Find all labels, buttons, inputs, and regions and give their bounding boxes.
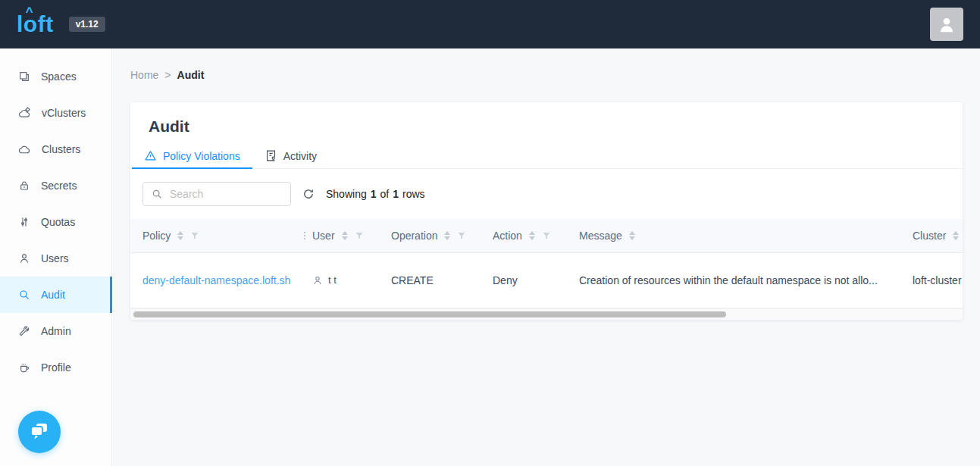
sort-icon[interactable]	[342, 231, 348, 240]
column-resize-handle[interactable]	[304, 232, 305, 239]
sidebar: Spaces vClusters Clusters Secrets Quotas…	[0, 48, 112, 466]
sidebar-item-label: Admin	[41, 325, 71, 337]
tab-policy-violations[interactable]: Policy Violations	[132, 145, 252, 168]
sidebar-item-profile[interactable]: Profile	[0, 349, 111, 386]
chat-widget-button[interactable]	[18, 411, 61, 453]
user-avatar[interactable]	[930, 8, 963, 41]
filter-icon[interactable]	[190, 231, 199, 240]
topbar: ^ loft v1.12	[0, 0, 980, 48]
user-icon	[312, 275, 323, 286]
column-header-policy: Policy	[130, 219, 306, 252]
tab-bar: Policy Violations Activity	[130, 145, 963, 169]
activity-audit-icon	[265, 149, 277, 162]
sidebar-item-admin[interactable]: Admin	[0, 313, 111, 349]
table-row[interactable]: deny-default-namespace.loft.sh t t CREAT…	[130, 252, 963, 308]
user-cell: t t	[306, 252, 385, 308]
users-icon	[18, 252, 30, 264]
tab-label: Activity	[283, 150, 317, 162]
scrollbar-thumb[interactable]	[133, 311, 726, 317]
sidebar-item-label: Secrets	[41, 180, 77, 192]
quotas-icon	[18, 216, 30, 228]
sidebar-item-label: Spaces	[41, 70, 77, 83]
sort-icon[interactable]	[629, 231, 635, 240]
sidebar-item-label: vClusters	[42, 107, 86, 119]
column-header-user: User	[306, 219, 385, 252]
sort-icon[interactable]	[953, 231, 959, 240]
policy-cell: deny-default-namespace.loft.sh	[130, 252, 306, 308]
profile-cup-icon	[18, 361, 30, 374]
vclusters-icon	[18, 107, 31, 120]
column-header-action: Action	[487, 219, 573, 252]
secrets-icon	[18, 180, 30, 192]
sidebar-item-spaces[interactable]: Spaces	[0, 58, 111, 95]
warning-triangle-icon	[144, 149, 157, 162]
audit-card: Audit Policy Violations Activity	[130, 102, 963, 320]
cluster-cell: loft-cluster	[906, 252, 963, 308]
main-content: Home > Audit Audit Policy Violations Act…	[112, 48, 980, 466]
operation-cell: CREATE	[385, 252, 487, 308]
breadcrumb-separator: >	[164, 69, 171, 81]
filter-icon[interactable]	[542, 231, 551, 240]
sidebar-item-label: Quotas	[41, 216, 75, 228]
policy-link[interactable]: deny-default-namespace.loft.sh	[142, 274, 290, 286]
sidebar-item-clusters[interactable]: Clusters	[0, 131, 111, 167]
sidebar-item-users[interactable]: Users	[0, 240, 111, 277]
search-icon	[152, 189, 162, 199]
user-icon	[937, 14, 957, 34]
filter-icon[interactable]	[457, 231, 466, 240]
column-header-cluster: Cluster	[906, 219, 963, 252]
sort-icon[interactable]	[177, 231, 183, 240]
rows-total: 1	[393, 188, 399, 200]
search-box	[142, 182, 291, 206]
audit-search-icon	[18, 289, 30, 301]
filter-icon[interactable]	[355, 231, 364, 240]
column-header-operation: Operation	[385, 219, 487, 252]
breadcrumb: Home > Audit	[130, 69, 980, 81]
refresh-icon[interactable]	[302, 188, 315, 200]
admin-wrench-icon	[18, 325, 30, 337]
sidebar-item-label: Users	[41, 252, 69, 264]
breadcrumb-current: Audit	[177, 69, 205, 81]
tab-label: Policy Violations	[163, 150, 240, 162]
column-header-message: Message	[573, 219, 906, 252]
row-count-status: Showing 1 of 1 rows	[326, 188, 425, 200]
message-cell: Creation of resources within the default…	[573, 252, 906, 308]
loft-logo[interactable]: ^ loft	[17, 13, 54, 36]
sidebar-item-vclusters[interactable]: vClusters	[0, 95, 111, 131]
breadcrumb-home[interactable]: Home	[130, 69, 158, 81]
sidebar-item-label: Clusters	[42, 143, 80, 155]
sidebar-item-audit[interactable]: Audit	[0, 277, 111, 313]
version-badge: v1.12	[69, 17, 105, 32]
horizontal-scrollbar[interactable]	[130, 308, 963, 320]
search-input[interactable]	[168, 187, 282, 201]
sidebar-item-quotas[interactable]: Quotas	[0, 204, 111, 240]
sort-icon[interactable]	[529, 231, 535, 240]
action-cell: Deny	[487, 252, 573, 308]
table-toolbar: Showing 1 of 1 rows	[130, 169, 963, 219]
violations-table: Policy User	[130, 219, 963, 320]
sort-icon[interactable]	[444, 231, 450, 240]
sidebar-item-label: Profile	[41, 361, 71, 374]
logo-roof-icon: ^	[22, 5, 37, 18]
spaces-icon	[18, 70, 30, 83]
sidebar-item-label: Audit	[41, 289, 65, 301]
rows-current: 1	[371, 188, 377, 200]
page-title: Audit	[130, 102, 963, 145]
chat-bubbles-icon	[27, 420, 52, 444]
table-header-row: Policy User	[130, 219, 963, 252]
tab-activity[interactable]: Activity	[252, 145, 329, 168]
sidebar-item-secrets[interactable]: Secrets	[0, 167, 111, 204]
clusters-icon	[18, 143, 31, 156]
